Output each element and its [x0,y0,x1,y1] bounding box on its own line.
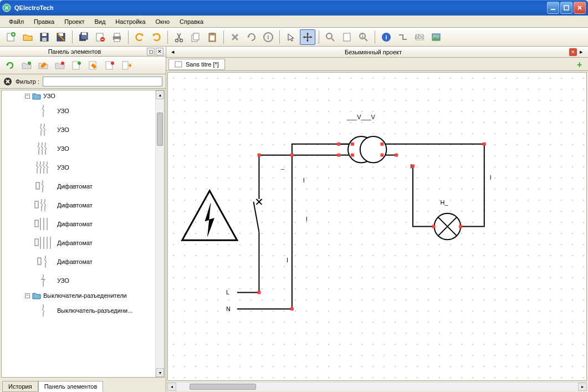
window-title: QElectroTech [14,4,547,11]
svg-rect-55 [257,154,260,157]
tree-item[interactable]: УЗО [2,158,164,177]
svg-rect-2 [564,6,569,10]
panel-detach-button[interactable]: ◻ [147,48,155,55]
svg-rect-49 [35,239,38,246]
paste-button[interactable] [204,29,220,45]
menu-project[interactable]: Проект [60,17,89,27]
tree-item[interactable]: УЗО [2,271,164,290]
zoom-reset-button[interactable]: 1 [356,29,371,45]
svg-rect-7 [42,38,47,41]
tree-item[interactable]: УЗО [2,101,164,120]
save-button[interactable] [37,29,52,45]
svg-rect-56 [290,154,294,157]
h-scroll-thumb[interactable] [190,384,256,390]
document-area: ◂ Безымянный проект ✕ ▸ Sans titre [*] + [166,47,588,392]
new-folder-button[interactable] [19,58,34,73]
new-project-button[interactable] [3,29,19,45]
tree-item[interactable]: Дифавтомат [2,196,164,215]
tree-item[interactable]: Дифавтомат [2,177,164,196]
window-maximize-button[interactable] [560,2,572,14]
menu-window[interactable]: Окно [151,17,175,27]
zoom-button[interactable] [323,29,338,45]
menu-view[interactable]: Вид [90,17,110,27]
svg-point-18 [176,39,178,42]
tree-folder-uzo[interactable]: − УЗО [2,90,164,101]
tree-scrollbar[interactable]: ▴ ▾ [155,90,164,377]
delete-element-button[interactable] [102,58,117,73]
scroll-up-button[interactable]: ▴ [156,90,164,99]
menu-edit[interactable]: Правка [29,17,59,27]
undo-button[interactable] [132,29,147,45]
delete-folder-button[interactable] [52,58,68,73]
canvas-h-scrollbar[interactable]: ◂ ▸ [167,382,587,391]
window-minimize-button[interactable] [547,2,559,14]
cut-button[interactable] [171,29,187,45]
open-button[interactable] [20,29,35,45]
elements-tree[interactable]: ▴ ▾ − УЗО УЗО УЗО УЗО УЗО Дифавтомат Диф… [1,90,165,378]
filter-input[interactable] [43,77,162,86]
tree-item[interactable]: Дифавтомат [2,233,164,252]
save-as-button[interactable] [53,29,69,45]
print-button[interactable] [109,29,125,45]
svg-text:abc: abc [415,33,425,40]
svg-rect-65 [395,154,398,157]
tree-folder-switches[interactable]: − Выключатели-разъеденители [2,290,164,301]
add-sheet-button[interactable]: + [577,60,586,69]
tree-item[interactable]: Выключатель-разъедини... [2,301,164,320]
tab-elements[interactable]: Панель элементов [38,381,104,392]
window-close-button[interactable] [574,2,586,14]
label-H: H_ [440,199,448,206]
clear-filter-icon[interactable] [3,77,12,86]
tree-item[interactable]: Дифавтомат [2,252,164,271]
scroll-down-button[interactable]: ▾ [156,368,164,377]
tree-item[interactable]: УЗО [2,139,164,158]
collapse-icon[interactable]: − [25,293,30,298]
tab-history[interactable]: История [2,381,38,392]
scroll-right-button[interactable]: ▸ [578,383,587,391]
menubar: Файл Правка Проект Вид Настройка Окно Сп… [0,16,588,28]
conductor-button[interactable] [395,29,411,45]
close-project-button[interactable] [93,29,108,45]
collapse-icon[interactable]: − [25,94,30,99]
new-element-button[interactable] [69,58,84,73]
drawing-canvas[interactable]: L N H_ ___V___V _ I I I I I [167,72,587,381]
svg-rect-67 [483,142,486,146]
svg-point-43 [111,62,114,65]
image-button[interactable] [428,29,444,45]
edit-element-button[interactable] [85,58,101,73]
sheet-tab[interactable]: Sans titre [*] [168,59,225,70]
prev-doc-button[interactable]: ◂ [168,48,177,57]
svg-point-37 [28,62,31,65]
svg-point-19 [180,39,183,42]
label-I: I [490,174,492,181]
menu-settings[interactable]: Настройка [111,17,150,27]
select-tool[interactable] [283,29,299,45]
save-all-button[interactable] [76,29,91,45]
reload-button[interactable] [2,58,18,73]
panel-close-button[interactable]: ✕ [156,48,163,55]
copy-button[interactable] [188,29,203,45]
element-symbol-icon [34,273,53,288]
tree-item[interactable]: Дифавтомат [2,215,164,233]
folder-icon [32,92,41,100]
page-button[interactable] [339,29,355,45]
delete-button[interactable] [227,29,243,45]
import-button[interactable] [119,58,134,73]
close-document-button[interactable]: ✕ [569,48,577,56]
move-tool[interactable] [300,29,315,45]
menu-help[interactable]: Справка [175,17,208,27]
scroll-left-button[interactable]: ◂ [167,383,176,391]
info-button[interactable]: i [260,29,276,45]
text-frame-button[interactable]: abc [412,29,427,45]
scroll-thumb[interactable] [157,113,163,146]
svg-rect-1 [551,9,555,10]
menu-file[interactable]: Файл [4,17,28,27]
edit-folder-button[interactable] [35,58,51,73]
next-doc-button[interactable]: ▸ [577,48,586,57]
tree-item[interactable]: УЗО [2,120,164,139]
redo-button[interactable] [149,29,164,45]
help-about-button[interactable]: i [379,29,394,45]
svg-text:1: 1 [361,32,364,39]
sheet-icon [175,61,182,68]
rotate-button[interactable] [244,29,259,45]
